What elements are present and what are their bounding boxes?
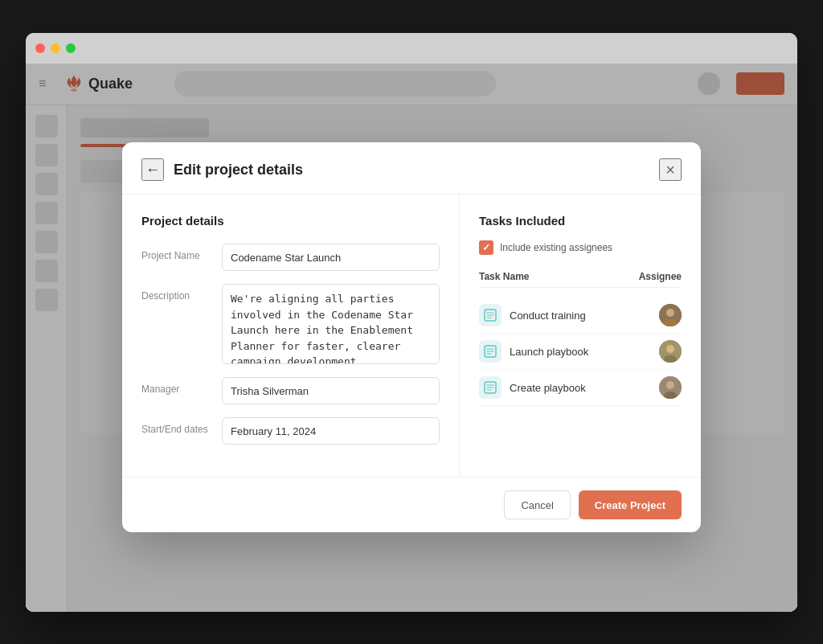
traffic-light-red[interactable] bbox=[35, 43, 45, 53]
browser-titlebar bbox=[26, 33, 797, 64]
browser-window: ≡ Quake bbox=[26, 33, 797, 612]
include-assignees-label: Include existing assignees bbox=[500, 242, 612, 253]
create-project-button[interactable]: Create Project bbox=[579, 490, 682, 519]
svg-point-3 bbox=[666, 309, 674, 317]
modal-body: Project details Project Name Description… bbox=[122, 195, 701, 477]
dates-label: Start/End dates bbox=[141, 417, 222, 435]
modal-title: Edit project details bbox=[174, 162, 303, 178]
manager-row: Manager bbox=[141, 377, 440, 404]
task-row-3: Create playbook bbox=[479, 370, 682, 406]
avatar-1 bbox=[659, 304, 682, 326]
edit-project-modal: ← Edit project details × Project details… bbox=[122, 142, 701, 532]
avatar-2 bbox=[659, 340, 682, 363]
description-label: Description bbox=[141, 284, 222, 301]
task-name-2: Launch playbook bbox=[510, 346, 659, 358]
traffic-light-green[interactable] bbox=[66, 43, 76, 53]
avatar-3 bbox=[659, 376, 682, 399]
description-row: Description We're aligning all parties i… bbox=[141, 284, 440, 364]
dates-input[interactable] bbox=[222, 417, 440, 445]
task-name-1: Conduct training bbox=[510, 310, 659, 322]
tasks-column-headers: Task Name Assignee bbox=[479, 271, 682, 288]
traffic-light-yellow[interactable] bbox=[51, 43, 60, 53]
include-assignees-row: ✓ Include existing assignees bbox=[479, 240, 682, 255]
project-name-label: Project Name bbox=[141, 244, 222, 261]
include-assignees-checkbox[interactable]: ✓ bbox=[479, 240, 493, 255]
tasks-header-title: Tasks Included bbox=[479, 214, 682, 228]
svg-point-7 bbox=[666, 345, 674, 353]
task-row-1: Conduct training bbox=[479, 297, 682, 334]
col-header-assignee: Assignee bbox=[639, 271, 682, 282]
task-row-2: Launch playbook bbox=[479, 334, 682, 370]
project-details-title: Project details bbox=[141, 214, 440, 228]
modal-header: ← Edit project details × bbox=[122, 142, 701, 195]
task-icon-1 bbox=[479, 304, 502, 326]
col-header-task-name: Task Name bbox=[479, 271, 529, 282]
task-icon-3 bbox=[479, 376, 502, 399]
modal-overlay: ← Edit project details × Project details… bbox=[26, 64, 797, 612]
svg-point-11 bbox=[666, 381, 674, 389]
project-details-panel: Project details Project Name Description… bbox=[122, 195, 460, 477]
project-name-row: Project Name bbox=[141, 244, 440, 271]
description-textarea[interactable]: We're aligning all parties involved in t… bbox=[222, 284, 440, 364]
modal-footer: Cancel Create Project bbox=[122, 477, 701, 532]
close-button[interactable]: × bbox=[659, 158, 682, 181]
cancel-button[interactable]: Cancel bbox=[504, 490, 570, 519]
browser-content: ≡ Quake bbox=[26, 64, 797, 612]
dates-row: Start/End dates bbox=[141, 417, 440, 445]
back-button[interactable]: ← bbox=[141, 158, 164, 181]
checkmark-icon: ✓ bbox=[482, 242, 490, 253]
project-name-input[interactable] bbox=[222, 244, 440, 271]
task-icon-2 bbox=[479, 340, 502, 363]
tasks-included-panel: Tasks Included ✓ Include existing assign… bbox=[460, 195, 701, 477]
manager-label: Manager bbox=[141, 377, 222, 395]
task-name-3: Create playbook bbox=[510, 382, 659, 394]
manager-input[interactable] bbox=[222, 377, 440, 404]
